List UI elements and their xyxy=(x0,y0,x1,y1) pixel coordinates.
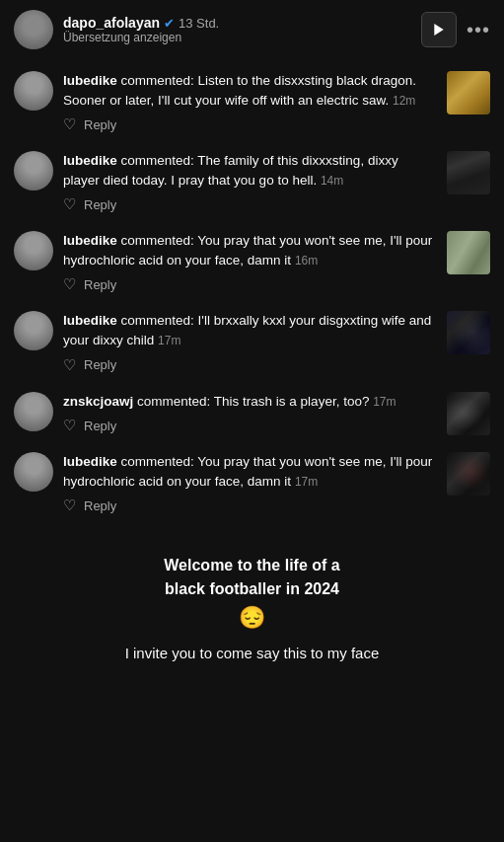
comment-body: lubedike commented: Listen to the disxxs… xyxy=(63,71,437,139)
comment-time: 14m xyxy=(321,174,343,188)
comments-section: lubedike commented: Listen to the disxxs… xyxy=(0,59,504,530)
bottom-emoji: 😔 xyxy=(20,605,484,631)
comment-thumbnail[interactable] xyxy=(447,151,490,194)
more-options-button[interactable]: ••• xyxy=(467,19,490,41)
comment-item: lubedike commented: Listen to the disxxs… xyxy=(0,59,504,139)
comment-text: znskcjoawj commented: This trash is a pl… xyxy=(63,392,437,412)
commenter-avatar[interactable] xyxy=(14,311,53,350)
poster-avatar[interactable] xyxy=(14,10,53,49)
comment-item: lubedike commented: You pray that you wo… xyxy=(0,219,504,299)
commenter-username[interactable]: lubedike xyxy=(63,313,117,328)
commenter-username[interactable]: lubedike xyxy=(63,153,117,168)
comment-item: lubedike commented: The family of this d… xyxy=(0,139,504,219)
commenter-avatar[interactable] xyxy=(14,71,53,111)
play-icon xyxy=(431,22,447,38)
commenter-username[interactable]: lubedike xyxy=(63,73,117,88)
svg-marker-0 xyxy=(434,24,443,36)
reply-button[interactable]: Reply xyxy=(84,117,116,132)
heart-icon[interactable]: ♡ xyxy=(63,195,76,213)
comment-actions: ♡ Reply xyxy=(63,497,437,514)
heart-icon[interactable]: ♡ xyxy=(63,497,76,514)
comment-text: lubedike commented: The family of this d… xyxy=(63,151,437,190)
comment-content: commented: This trash is a player, too? xyxy=(137,394,373,409)
comment-thumbnail[interactable] xyxy=(447,392,490,435)
comment-text: lubedike commented: You pray that you wo… xyxy=(63,231,437,269)
comment-actions: ♡ Reply xyxy=(63,417,437,434)
commenter-avatar[interactable] xyxy=(14,151,53,191)
commenter-username[interactable]: lubedike xyxy=(63,454,117,469)
comment-body: lubedike commented: I'll brxxally kxxl y… xyxy=(63,311,437,379)
comment-time: 16m xyxy=(295,254,318,268)
heart-icon[interactable]: ♡ xyxy=(63,275,76,293)
play-button[interactable] xyxy=(421,12,457,47)
bottom-line1: Welcome to the life of a xyxy=(164,557,339,574)
comment-actions: ♡ Reply xyxy=(63,195,437,213)
poster-info: dapo_afolayan ✔ 13 Std. Übersetzung anze… xyxy=(63,15,219,44)
comment-body: lubedike commented: You pray that you wo… xyxy=(63,231,437,299)
reply-button[interactable]: Reply xyxy=(84,498,116,513)
comment-body: znskcjoawj commented: This trash is a pl… xyxy=(63,392,437,441)
bottom-line2: black footballer in 2024 xyxy=(165,580,339,597)
comment-text: lubedike commented: I'll brxxally kxxl y… xyxy=(63,311,437,349)
comment-actions: ♡ Reply xyxy=(63,356,437,374)
comment-content: commented: You pray that you won't see m… xyxy=(63,233,432,268)
comment-time: 12m xyxy=(393,94,415,108)
comment-item: lubedike commented: I'll brxxally kxxl y… xyxy=(0,299,504,379)
reply-button[interactable]: Reply xyxy=(84,357,116,372)
comment-content: commented: I'll brxxally kxxl your disgx… xyxy=(63,313,431,347)
commenter-avatar[interactable] xyxy=(14,452,53,492)
post-time: 13 Std. xyxy=(179,16,219,31)
comment-body: lubedike commented: You pray that you wo… xyxy=(63,452,437,520)
poster-username[interactable]: dapo_afolayan xyxy=(63,15,160,31)
heart-icon[interactable]: ♡ xyxy=(63,356,76,374)
comment-actions: ♡ Reply xyxy=(63,275,437,293)
header-left: dapo_afolayan ✔ 13 Std. Übersetzung anze… xyxy=(14,10,219,49)
comment-text: lubedike commented: You pray that you wo… xyxy=(63,452,437,491)
comment-thumbnail[interactable] xyxy=(447,311,490,354)
comment-thumbnail[interactable] xyxy=(447,452,490,496)
commenter-avatar[interactable] xyxy=(14,392,53,431)
reply-button[interactable]: Reply xyxy=(84,419,116,433)
verified-icon: ✔ xyxy=(164,16,175,31)
comment-time: 17m xyxy=(295,475,318,489)
comment-text: lubedike commented: Listen to the disxxs… xyxy=(63,71,437,110)
comment-thumbnail[interactable] xyxy=(447,71,490,115)
comment-item: lubedike commented: You pray that you wo… xyxy=(0,440,504,520)
translate-link[interactable]: Übersetzung anzeigen xyxy=(63,31,219,44)
heart-icon[interactable]: ♡ xyxy=(63,417,76,434)
comment-item: znskcjoawj commented: This trash is a pl… xyxy=(0,380,504,441)
comment-time: 17m xyxy=(158,334,180,347)
heart-icon[interactable]: ♡ xyxy=(63,115,76,133)
commenter-username[interactable]: znskcjoawj xyxy=(63,394,133,409)
username-row: dapo_afolayan ✔ 13 Std. xyxy=(63,15,219,31)
bottom-message: Welcome to the life of a black footballe… xyxy=(0,530,504,681)
reply-button[interactable]: Reply xyxy=(84,277,116,292)
comment-content: commented: You pray that you won't see m… xyxy=(63,454,432,489)
reply-button[interactable]: Reply xyxy=(84,197,116,212)
commenter-username[interactable]: lubedike xyxy=(63,233,117,248)
post-header: dapo_afolayan ✔ 13 Std. Übersetzung anze… xyxy=(0,0,504,59)
comment-time: 17m xyxy=(373,395,396,409)
comment-body: lubedike commented: The family of this d… xyxy=(63,151,437,219)
bottom-invite: I invite you to come say this to my face xyxy=(20,643,484,665)
comment-thumbnail[interactable] xyxy=(447,231,490,274)
commenter-avatar[interactable] xyxy=(14,231,53,270)
comment-actions: ♡ Reply xyxy=(63,115,437,133)
bottom-title: Welcome to the life of a black footballe… xyxy=(20,554,484,601)
header-right: ••• xyxy=(421,12,490,47)
